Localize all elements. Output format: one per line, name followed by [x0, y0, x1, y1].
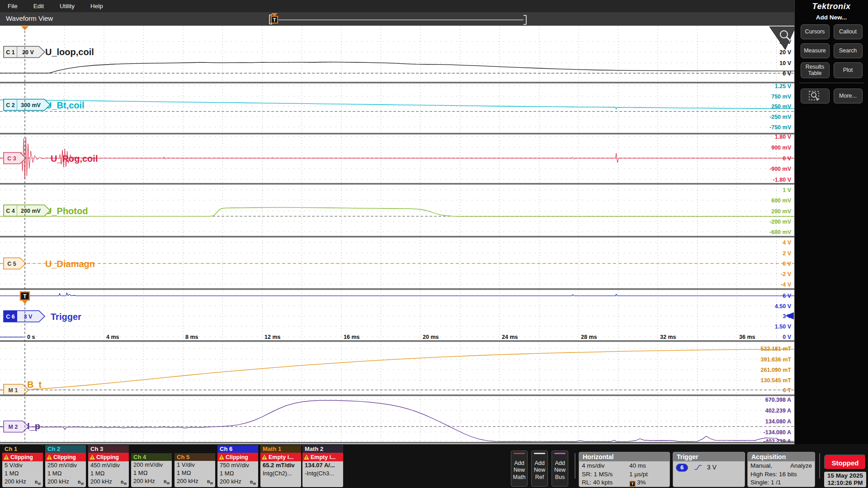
time-tick-label: 24 ms [502, 334, 518, 340]
channel-card-ch5[interactable]: Ch 51 V/div1 MΩ200 kHzBW [175, 453, 215, 487]
add-new-ref-button[interactable]: Add New Ref [531, 450, 548, 487]
badge-text: 300 mV [21, 102, 41, 108]
channel-card-row: 200 kHzBW [131, 477, 172, 487]
record-view-scrollbar[interactable]: T [266, 12, 533, 26]
axis-label-C1: 10 V [779, 60, 791, 66]
acquisition-panel[interactable]: Acquisition Manual,Analyze High Res: 16 … [747, 452, 815, 487]
channel-card-math1[interactable]: Math 1Empty i...65.2 mT/divIntg(Ch2)... [260, 445, 301, 487]
waveform-plot[interactable]: 30 V20 V10 V0 VU_loop,coilC 120 V1.25 V7… [0, 26, 794, 444]
channel-card-row: 450 mV/div [88, 461, 129, 469]
channel-card-row: 1 V/div [175, 461, 215, 469]
bandwidth-limit-icon: BW [35, 478, 41, 487]
channel-name-C3[interactable]: U_Rog,coil [51, 154, 98, 164]
bandwidth-limit-icon: BW [207, 478, 213, 487]
trigger-source-badge: 6 [676, 464, 688, 472]
axis-label-C6: 4.50 V [775, 303, 792, 310]
axis-label-C6: 1.50 V [775, 324, 792, 330]
zoom-select-button[interactable] [801, 89, 830, 103]
channel-card-row: 1 MΩ [2, 469, 43, 478]
channel-card-row: 1 MΩ [175, 469, 215, 477]
search-button[interactable]: Search [834, 43, 863, 58]
axis-label-C2: 250 mV [771, 103, 791, 110]
warning-badge: Clipping [217, 453, 258, 461]
axis-label-C5: 4 V [783, 239, 791, 246]
time-tick-label: 0 s [27, 334, 35, 340]
channel-card-ch4[interactable]: Ch 4200 mV/div1 MΩ200 kHzBW [131, 453, 172, 487]
axis-label-C6: 6 V [783, 293, 791, 299]
slice-divider [0, 394, 794, 396]
channel-card-row: 1 MΩ [131, 469, 172, 477]
menu-utility[interactable]: Utility [60, 3, 75, 9]
axis-label-C3: 1.80 V [775, 134, 792, 140]
callout-button[interactable]: Callout [834, 24, 863, 39]
time-tick-label: 28 ms [581, 334, 597, 340]
trigger-flag-glyph: T [23, 293, 27, 300]
acquisition-mode: Manual, [750, 462, 772, 470]
axis-label-M1: 261.090 mT [761, 367, 792, 373]
channel-card-ch2[interactable]: Ch 2Clipping250 mV/div1 MΩ200 kHzBW [45, 445, 86, 487]
axis-label-C5: 2 V [783, 250, 791, 257]
add-new-bus-button[interactable]: Add New Bus [552, 450, 568, 487]
measure-button[interactable]: Measure [801, 43, 830, 58]
run-stop-button[interactable]: Stopped [824, 455, 866, 470]
results-table-button[interactable]: Results Table [801, 62, 830, 78]
channel-name-C2[interactable]: U_Bt,coil [45, 100, 85, 110]
acquisition-single: Single: 1 /1 [750, 479, 781, 486]
channel-name-C4[interactable]: U_Photod [45, 206, 88, 216]
acquisition-resolution: High Res: 16 bits [750, 471, 797, 478]
channel-card-row: 200 kHzBW [2, 478, 43, 487]
trigger-title: Trigger [673, 452, 745, 461]
channel-card-row: 65.2 mT/div [260, 461, 301, 469]
channel-card-title: Math 2 [302, 445, 343, 453]
trigger-t-glyph: T [273, 17, 276, 23]
channel-name-M1[interactable]: B_t [27, 380, 42, 389]
channel-card-row: 200 kHzBW [88, 478, 129, 487]
add-new-math-button[interactable]: Add New Math [511, 450, 528, 487]
channel-card-ch1[interactable]: Ch 1Clipping5 V/div1 MΩ200 kHzBW [2, 445, 43, 487]
channel-name-C6[interactable]: Trigger [51, 312, 81, 322]
channel-card-ch6[interactable]: Ch 6Clipping750 mV/div1 MΩ200 kHzBW [217, 445, 258, 487]
channel-card-row: 200 kHzBW [45, 478, 86, 487]
menu-edit[interactable]: Edit [33, 3, 44, 9]
channel-name-M2[interactable]: I_p [27, 421, 40, 431]
axis-label-M2: 402.239 A [765, 408, 791, 414]
menu-help[interactable]: Help [90, 3, 103, 9]
axis-label-C4: -600 mV [769, 229, 792, 235]
warning-badge: Clipping [88, 453, 129, 461]
channel-card-title: Ch 2 [45, 445, 86, 453]
warning-triangle-icon [4, 455, 9, 460]
channel-card-ch3[interactable]: Ch 3Clipping450 mV/div1 MΩ200 kHzBW [88, 445, 129, 487]
time-tick-label: 8 ms [185, 334, 198, 340]
channel-name-C1[interactable]: U_loop,coil [45, 47, 94, 57]
warning-badge: Clipping [2, 453, 43, 461]
bandwidth-limit-icon: BW [78, 478, 84, 487]
channel-card-row: 750 mV/div [217, 461, 258, 469]
math-color-stripe [514, 453, 525, 454]
axis-label-C4: -200 mV [769, 219, 792, 225]
slice-divider [0, 82, 794, 84]
horizontal-panel[interactable]: Horizontal 4 ms/div40 ms SR: 1 MS/s1 µs/… [579, 452, 670, 487]
trigger-panel[interactable]: Trigger 6 3 V [673, 452, 745, 487]
waveform-view: File Edit Utility Help Waveform View T 3… [0, 0, 794, 444]
channel-name-C5[interactable]: U_Diamagn [45, 259, 95, 269]
axis-label-C5: 0 V [783, 261, 791, 267]
slice-divider [0, 288, 794, 290]
oscilloscope-app: File Edit Utility Help Waveform View T 3… [0, 0, 868, 488]
badge-text: C 4 [6, 208, 15, 214]
menu-file[interactable]: File [8, 3, 18, 9]
badge-text: 200 mV [21, 208, 41, 214]
axis-label-C2: 750 mV [771, 94, 791, 100]
badge-text: M 2 [9, 424, 18, 430]
cursors-button[interactable]: Cursors [801, 24, 830, 39]
more-button[interactable]: More... [834, 89, 863, 103]
badge-text: 20 V [22, 49, 34, 56]
badge-text: M 1 [9, 387, 18, 394]
date-text: 15 May 2025 [824, 472, 866, 479]
horizontal-scale: 4 ms/div [582, 462, 629, 470]
axis-label-C3: -900 mV [769, 166, 792, 172]
channel-card-title: Ch 4 [131, 453, 172, 461]
bandwidth-limit-icon: BW [250, 478, 256, 487]
plot-button[interactable]: Plot [834, 62, 863, 78]
channel-card-math2[interactable]: Math 2Empty i...134.07 A/...-Intg(Ch3... [302, 445, 343, 487]
tab-waveform-view[interactable]: Waveform View [6, 14, 53, 22]
